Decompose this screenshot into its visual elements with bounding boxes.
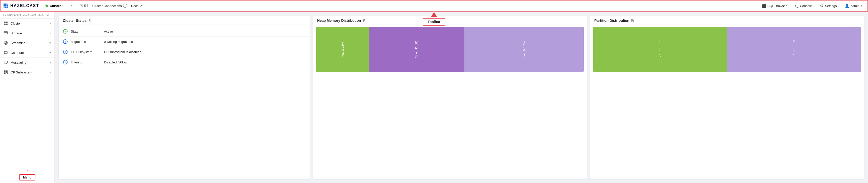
console-button[interactable]: ›_ Console [793,3,814,9]
storage-icon [3,31,8,35]
svg-rect-12 [4,70,5,72]
heap-bar-map-label: Map (11.1%) [316,27,369,72]
partition-distribution-header: Partition Distribution ⎘ [590,15,864,25]
version-badge: 🕐 5.3 [80,4,88,7]
cluster-connections-link[interactable]: Cluster Connections + [92,4,127,8]
admin-button[interactable]: 👤 admin ▾ [843,3,865,9]
heap-bar-other: Other (40.1%) [369,27,464,72]
cluster-selector[interactable]: Cluster-1 ▾ [43,3,75,9]
docs-link[interactable]: Docs ↗ [131,4,143,8]
sidebar-footer: ↑ Menu [0,77,55,183]
docs-label: Docs [131,4,138,8]
svg-rect-14 [4,72,5,74]
cluster-dropdown-icon: ▾ [71,4,72,7]
heap-bar-free-label: Free (48.9%) [464,27,584,72]
settings-button[interactable]: ⚙ Settings [818,2,839,9]
cluster-connections-label: Cluster Connections [92,4,122,8]
filtering-label: Filtering [71,61,101,64]
partition-bar-node2-label: 127.0.0.1:5702 [727,27,861,72]
sidebar-item-cp-left: CP Subsystem [3,70,32,74]
sql-browser-button[interactable]: ⬛ SQL Browser [760,3,789,9]
cluster-status-card: Cluster Status ⎘ ✓ State Active [59,15,310,179]
heap-memory-title: Heap Memory Distribution [317,19,361,23]
svg-rect-4 [4,32,7,33]
sidebar: 5.3-SNAPSHOT · 2022/12/19 · 05:29 PM Clu… [0,11,55,183]
svg-rect-15 [6,72,7,74]
cp-value: CP subsystem is disabled [104,50,142,54]
partition-copy-icon[interactable]: ⎘ [631,19,633,23]
cp-info-icon: i [63,49,68,54]
heap-bar-other-label: Other (40.1%) [369,27,464,72]
cp-subsystem-icon [3,70,8,74]
svg-rect-2 [4,24,5,25]
streaming-icon [3,41,8,45]
cp-label: CP Subsystem [71,50,101,54]
messaging-icon [3,60,8,65]
main-layout: 5.3-SNAPSHOT · 2022/12/19 · 05:29 PM Clu… [0,11,868,183]
svg-rect-8 [4,51,7,53]
heap-memory-copy-icon[interactable]: ⎘ [363,19,365,23]
status-row-state: ✓ State Active [59,26,310,37]
partition-bar-node1: 127.0.0.1:5701 [593,27,727,72]
partition-bar-node1-label: 127.0.0.1:5701 [593,27,727,72]
sidebar-item-storage[interactable]: Storage ▾ [0,28,55,38]
compute-chevron-icon: ▾ [50,51,51,54]
migrations-label: Migrations [71,40,101,44]
cluster-status-copy-icon[interactable]: ⎘ [89,19,91,23]
sidebar-item-cluster[interactable]: Cluster ▾ [0,19,55,28]
heap-memory-card: Heap Memory Distribution ⎘ Map (11.1%) O… [313,15,587,179]
state-check-icon: ✓ [63,29,68,34]
heap-memory-chart: Map (11.1%) Other (40.1%) Free (48.9%) [316,27,584,72]
state-label: State [71,30,101,33]
sidebar-item-storage-label: Storage [10,31,22,35]
svg-rect-0 [4,22,5,23]
sidebar-item-compute-left: Compute [3,50,24,55]
streaming-chevron-icon: ▾ [50,41,51,45]
console-icon: ›_ [795,4,798,7]
cluster-name: Cluster-1 [50,4,64,8]
sidebar-item-compute[interactable]: Compute ▾ [0,48,55,58]
heap-bar-map: Map (11.1%) [316,27,369,72]
compute-icon [3,50,8,55]
svg-rect-3 [6,24,7,25]
heap-bar-free: Free (48.9%) [464,27,584,72]
sidebar-version: 5.3-SNAPSHOT · 2022/12/19 · 05:29 PM [0,11,55,19]
logo: HAZELCAST [3,3,39,8]
admin-label: admin [851,4,860,8]
content-area: Cluster Status ⎘ ✓ State Active [55,11,868,183]
sidebar-item-cluster-label: Cluster [10,22,21,25]
partition-distribution-title: Partition Distribution [594,19,629,23]
storage-chevron-icon: ▾ [50,32,51,35]
filtering-info-icon: i [63,60,68,65]
sidebar-item-cp-subsystem[interactable]: CP Subsystem ▾ [0,67,55,77]
settings-icon: ⚙ [820,3,824,8]
partition-bar-node2: 127.0.0.1:5702 [727,27,861,72]
sidebar-item-messaging-label: Messaging [10,61,26,65]
sidebar-item-streaming[interactable]: Streaming ▾ [0,38,55,48]
svg-rect-11 [4,61,7,64]
console-label: Console [800,4,812,8]
status-row-migrations: i Migrations 0 waiting migrations [59,37,310,47]
toolbar: HAZELCAST Cluster-1 ▾ 🕐 5.3 Cluster Conn… [0,0,868,11]
clock-icon: 🕐 [80,4,83,7]
migrations-value: 0 waiting migrations [104,40,133,44]
admin-dropdown-icon: ▾ [861,4,863,7]
cp-chevron-icon: ▾ [50,71,51,74]
sidebar-item-messaging[interactable]: Messaging ▾ [0,58,55,67]
cluster-chevron-icon: ▾ [50,22,51,25]
partition-distribution-card: Partition Distribution ⎘ 127.0.0.1:5701 … [590,15,864,179]
toolbar-annotation-label: Toolbar [423,18,445,26]
filtering-value: Disabled / Allow [104,61,127,64]
sql-browser-icon: ⬛ [762,4,766,8]
migrations-info-icon: i [63,39,68,44]
cluster-status-dot [45,4,48,7]
sidebar-item-streaming-label: Streaming [10,41,25,45]
sidebar-item-cp-label: CP Subsystem [10,70,32,74]
sidebar-item-cluster-left: Cluster [3,21,21,26]
toolbar-annotation: Toolbar [423,18,445,26]
settings-label: Settings [825,4,837,8]
cards-row: Cluster Status ⎘ ✓ State Active [59,15,864,179]
svg-rect-13 [6,70,7,72]
cluster-status-rows: ✓ State Active i Migrations 0 waiting mi… [59,25,310,69]
status-row-filtering: i Filtering Disabled / Allow [59,57,310,67]
